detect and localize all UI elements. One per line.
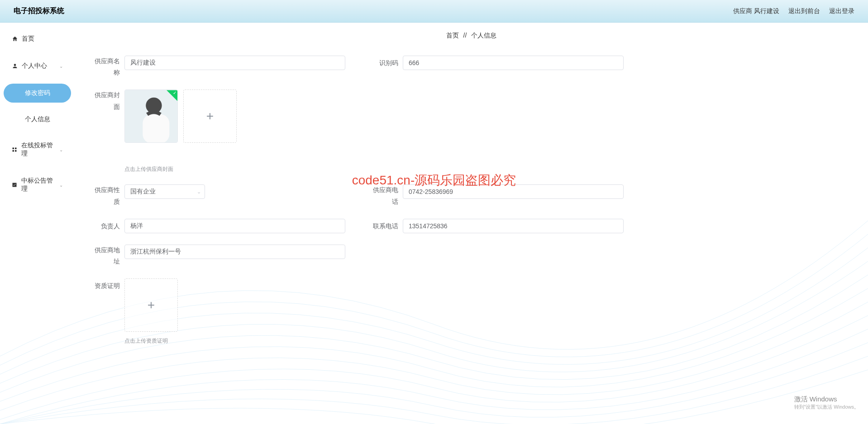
svg-rect-8 xyxy=(143,114,169,142)
contact-phone-input[interactable] xyxy=(403,219,624,233)
cover-image-preview[interactable]: ✓ xyxy=(124,90,178,143)
header: 电子招投标系统 供应商 风行建设 退出到前台 退出登录 xyxy=(0,0,868,23)
breadcrumb-home[interactable]: 首页 xyxy=(446,32,459,39)
sidebar-item-award-notice[interactable]: 中标公告管理 ⌄ xyxy=(4,171,71,198)
home-icon xyxy=(12,36,18,42)
svg-rect-1 xyxy=(13,148,14,150)
app-title: 电子招投标系统 xyxy=(14,6,64,16)
exit-front-link[interactable]: 退出到前台 xyxy=(788,7,820,15)
chevron-down-icon: ⌄ xyxy=(59,183,63,188)
user-info[interactable]: 供应商 风行建设 xyxy=(733,7,779,15)
header-right: 供应商 风行建设 退出到前台 退出登录 xyxy=(733,7,854,15)
svg-rect-4 xyxy=(15,150,17,152)
id-code-input[interactable] xyxy=(403,56,624,70)
cover-upload-button[interactable]: + xyxy=(183,90,237,143)
user-icon xyxy=(12,63,18,69)
logout-link[interactable]: 退出登录 xyxy=(829,7,854,15)
svg-rect-2 xyxy=(15,148,17,150)
address-label: 供应商地址 xyxy=(93,245,124,267)
nature-label: 供应商性质 xyxy=(93,184,124,207)
person-label: 负责人 xyxy=(93,219,124,233)
sidebar-item-home[interactable]: 首页 xyxy=(4,29,71,48)
main-content: 首页 // 个人信息 供应商名称 识别码 供应商封面 xyxy=(75,23,868,424)
cover-upload-hint: 点击上传供应商封面 xyxy=(124,165,237,173)
svg-rect-3 xyxy=(13,150,14,152)
grid-icon xyxy=(12,146,18,153)
breadcrumb: 首页 // 个人信息 xyxy=(93,32,850,40)
contact-phone-label: 联系电话 xyxy=(371,219,403,233)
person-input[interactable] xyxy=(124,219,345,233)
supplier-name-label: 供应商名称 xyxy=(93,56,124,78)
supplier-phone-label: 供应商电话 xyxy=(371,184,403,207)
supplier-name-input[interactable] xyxy=(124,56,345,70)
chevron-down-icon: ⌄ xyxy=(197,189,201,195)
plus-icon: + xyxy=(206,109,214,123)
chevron-down-icon: ⌄ xyxy=(59,147,63,152)
svg-point-0 xyxy=(14,64,16,66)
nature-select[interactable]: 国有企业 ⌄ xyxy=(124,184,205,199)
cover-label: 供应商封面 xyxy=(93,90,124,112)
chevron-down-icon: ⌄ xyxy=(59,64,63,69)
sidebar-item-change-password[interactable]: 修改密码 xyxy=(4,84,71,103)
sidebar: 首页 个人中心 ⌄ 修改密码 个人信息 在线投标管理 ⌄ 中标公告管理 xyxy=(0,23,75,424)
sidebar-item-bid-manage[interactable]: 在线投标管理 ⌄ xyxy=(4,136,71,163)
breadcrumb-sep: // xyxy=(463,32,467,39)
plus-icon: + xyxy=(148,298,155,312)
cert-upload-hint: 点击上传资质证明 xyxy=(124,337,178,345)
personal-info-form: 供应商名称 识别码 供应商封面 xyxy=(93,56,649,345)
supplier-phone-input[interactable] xyxy=(403,184,624,199)
cert-upload-button[interactable]: + xyxy=(124,278,178,332)
id-code-label: 识别码 xyxy=(371,56,403,70)
breadcrumb-current: 个人信息 xyxy=(471,32,496,39)
sidebar-item-personal-info[interactable]: 个人信息 xyxy=(4,111,71,128)
cert-label: 资质证明 xyxy=(93,278,124,293)
address-input[interactable] xyxy=(124,245,345,259)
check-square-icon xyxy=(12,182,18,188)
sidebar-item-personal-center[interactable]: 个人中心 ⌄ xyxy=(4,57,71,75)
